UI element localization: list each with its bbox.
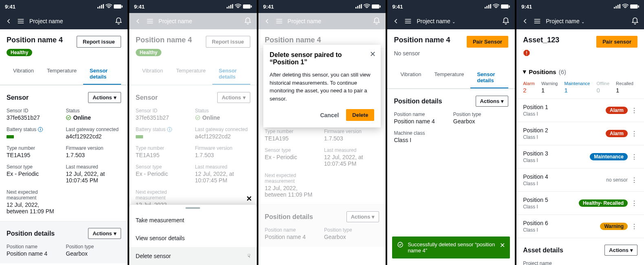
more-icon[interactable]: ⋮ (631, 176, 637, 184)
modal-delete-button[interactable]: Delete (346, 109, 374, 121)
tab-temperature[interactable]: Temperature (40, 64, 83, 85)
position-row[interactable]: Position 6Class IWarning⋮ (516, 215, 644, 238)
tab-vibration[interactable]: Vibration (136, 64, 170, 85)
position-status-text: no sensor (606, 177, 628, 183)
status-time: 9:41 (392, 4, 403, 10)
stat-warning-label: Warning (541, 81, 558, 86)
screen-2: 9:41 Project name Position name 4 Health… (129, 0, 257, 265)
stat-recalled-value: 1 (616, 87, 633, 94)
wifi-icon (493, 4, 499, 10)
positions-toggle[interactable]: ▾ Positions (6) (516, 62, 644, 81)
position-type-value: Gearbox (453, 118, 508, 125)
report-issue-button[interactable]: Report issue (77, 36, 121, 48)
stat-maintenance-label: Maintenance (564, 81, 590, 86)
more-icon[interactable]: ⋮ (631, 107, 637, 114)
asset-details-heading: Asset details (523, 247, 563, 254)
tab-temperature[interactable]: Temperature (170, 64, 212, 85)
sensor-id-label: Sensor ID (7, 108, 62, 114)
signal-icon (97, 4, 104, 10)
app-header: Project name (0, 13, 128, 29)
toast-message: Successfully deleted sensor “position na… (408, 241, 496, 254)
position-row[interactable]: Position 4Class Ino sensor⋮ (516, 168, 644, 191)
wifi-icon (106, 4, 112, 10)
back-icon[interactable] (521, 18, 529, 25)
tab-vibration[interactable]: Vibration (7, 64, 40, 85)
position-class: Class I (523, 181, 606, 186)
app-header: Project name (258, 13, 386, 29)
position-row[interactable]: Position 2Class IAlarm⋮ (516, 122, 644, 145)
caret-down-icon: ▾ (114, 94, 117, 101)
stat-recalled-label: Recalled (616, 81, 633, 86)
positions-label: Positions (529, 68, 556, 75)
sensor-heading: Sensor (7, 94, 29, 101)
sensor-id-value: 37fe6351b27 (7, 114, 62, 121)
project-name-dropdown[interactable]: Project name ⌄ (417, 18, 455, 24)
project-name-dropdown[interactable]: Project name ⌄ (546, 18, 584, 24)
position-actions-button[interactable]: Actions▾ (476, 96, 509, 107)
sensor-actions-button[interactable]: Actions▾ (88, 92, 121, 103)
wifi-icon (622, 4, 629, 10)
position-name: Position 4 (523, 173, 606, 180)
type-number-label: Type number (7, 145, 62, 151)
machine-class-value: Class I (394, 137, 449, 143)
sheet-take-measurement[interactable]: Take measurement (129, 211, 257, 229)
project-name: Project name (288, 18, 321, 24)
sheet-delete-sensor[interactable]: Delete sensor☟ (129, 247, 257, 265)
asset-details-section: Asset details Actions▾ Project nameProje… (516, 238, 644, 265)
modal-body: After deleting this sensor, you can stil… (270, 71, 375, 103)
position-status-badge: Alarm (606, 107, 628, 114)
sensor-actions-button[interactable]: Actions▾ (217, 92, 250, 103)
battery-icon (630, 4, 639, 10)
tab-sensor-details[interactable]: Sensor details (83, 64, 121, 85)
position-actions-button[interactable]: Actions▾ (88, 228, 121, 239)
menu-icon[interactable] (534, 18, 541, 25)
sheet-handle[interactable] (185, 207, 200, 209)
bell-icon[interactable] (502, 17, 510, 25)
no-sensor-text: No sensor (394, 50, 450, 57)
position-row[interactable]: Position 3Class IMaintenance⋮ (516, 145, 644, 168)
position-class: Class I (523, 134, 606, 140)
position-status-badge: Maintenance (590, 153, 628, 160)
bell-icon[interactable] (244, 17, 252, 25)
modal-close-icon[interactable]: ✕ (370, 50, 376, 59)
modal-cancel-button[interactable]: Cancel (316, 109, 343, 121)
pair-sensor-button[interactable]: Pair Sensor (467, 36, 508, 48)
menu-icon[interactable] (17, 18, 24, 25)
back-icon[interactable] (134, 18, 141, 25)
bell-icon[interactable] (115, 17, 123, 25)
battery-icon (501, 4, 510, 10)
tab-sensor-details[interactable]: Sensor details (470, 67, 508, 88)
tab-temperature[interactable]: Temperature (428, 67, 470, 88)
info-icon[interactable]: i (38, 127, 43, 132)
position-row[interactable]: Position 1Class IAlarm⋮ (516, 99, 644, 122)
more-icon[interactable]: ⋮ (631, 199, 637, 207)
project-name[interactable]: Project name (29, 18, 63, 24)
tab-vibration[interactable]: Vibration (394, 67, 428, 88)
bell-icon[interactable] (631, 17, 639, 25)
asset-actions-button[interactable]: Actions▾ (604, 245, 637, 256)
page-title: Position name 4 (7, 36, 63, 44)
tab-sensor-details[interactable]: Sensor details (212, 64, 250, 85)
delete-modal: ✕ Delete sensor paired to “Position 1” A… (263, 45, 381, 127)
more-icon[interactable]: ⋮ (631, 130, 637, 138)
type-number-value: TE1A195 (7, 152, 62, 158)
more-icon[interactable]: ⋮ (631, 153, 637, 161)
position-row[interactable]: Position 5Class IHealthy- Recalled⋮ (516, 191, 644, 215)
toast-close-icon[interactable]: ✕ (500, 241, 505, 249)
sheet-view-details[interactable]: View sensor details (129, 229, 257, 247)
project-name-label: Project name (523, 261, 637, 265)
position-name: Position 2 (523, 127, 606, 134)
menu-icon[interactable] (146, 18, 154, 25)
menu-icon[interactable] (404, 18, 412, 25)
sheet-close-icon[interactable]: × (247, 193, 252, 204)
back-icon[interactable] (392, 18, 399, 25)
stat-alarm-label: Alarm (523, 81, 535, 86)
stat-offline-label: Offline (596, 81, 609, 86)
back-icon (263, 18, 271, 25)
position-details-section: Position details Actions▾ Position nameP… (387, 89, 515, 150)
firmware-value: 1.7.503 (66, 152, 121, 158)
more-icon[interactable]: ⋮ (631, 223, 637, 230)
back-icon[interactable] (5, 18, 12, 25)
pair-sensor-button[interactable]: Pair sensor (596, 36, 637, 48)
report-issue-button[interactable]: Report issue (206, 36, 250, 48)
